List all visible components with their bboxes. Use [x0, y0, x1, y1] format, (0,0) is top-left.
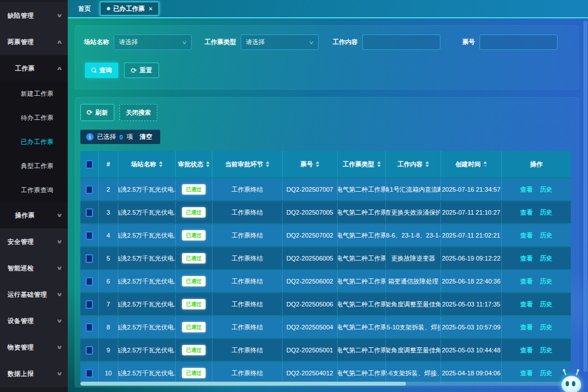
sort-icon[interactable] [206, 161, 210, 167]
reset-button[interactable]: ⟳ 重置 [124, 63, 159, 78]
row-index: 9 [99, 339, 118, 361]
chevron-down-icon: ∨ [56, 371, 64, 377]
sort-icon[interactable] [377, 161, 381, 167]
sidebar-item-两票管理[interactable]: 两票管理∧ [0, 29, 68, 55]
row-status: 已通过 [176, 178, 212, 200]
view-link[interactable]: 查看 [520, 323, 533, 332]
ticket-type-label: 工作票类型 [204, 38, 236, 46]
row-created: 2025-07-11 21:02:21 [441, 224, 502, 246]
row-checkbox[interactable] [86, 277, 93, 286]
filter-ticket-no: 票号 [462, 34, 558, 50]
header-label: 操作 [530, 160, 543, 169]
view-link[interactable]: 查看 [520, 231, 533, 240]
view-link[interactable]: 查看 [520, 254, 533, 263]
row-ticket-no: DQ2-202505004 [283, 316, 338, 338]
sort-icon[interactable] [316, 161, 319, 167]
vertical-scrollbar-thumb[interactable] [583, 21, 587, 372]
history-link[interactable]: 历史 [540, 208, 552, 217]
clear-selection-button[interactable]: 清空 [140, 133, 152, 141]
view-link[interactable]: 查看 [520, 346, 533, 355]
tab-label: 首页 [78, 5, 91, 13]
row-checkbox-cell [80, 362, 99, 384]
status-badge: 已通过 [182, 299, 206, 309]
refresh-button[interactable]: ⟳ 刷新 [80, 104, 114, 121]
ticket-type-select[interactable]: 请选择 ∨ [241, 34, 319, 50]
sort-icon[interactable] [266, 161, 269, 167]
view-link[interactable]: 查看 [520, 277, 533, 286]
vertical-scrollbar[interactable] [583, 21, 587, 388]
view-link[interactable]: 查看 [520, 185, 533, 194]
select-all-checkbox[interactable] [86, 160, 93, 169]
header-label: # [106, 161, 110, 168]
row-station: 临洮2.5万千瓦光伏电... [118, 339, 176, 361]
row-step: 工作票终结 [212, 270, 283, 292]
sidebar-item-工作票查询[interactable]: 工作票查询 [0, 178, 68, 202]
sidebar-item-label: 工作票 [15, 64, 35, 73]
selection-bar: i 已选择 0 项 清空 [80, 130, 160, 144]
history-link[interactable]: 历史 [540, 323, 552, 332]
row-ticket-no: DQ2-202505006 [283, 293, 338, 315]
row-ticket-no: DQ2-202504012 [283, 362, 338, 384]
sidebar-item-物资管理[interactable]: 物资管理∨ [0, 334, 68, 360]
sidebar-item-label: 工作票查询 [21, 186, 54, 195]
station-name-select[interactable]: 请选择 ∨ [114, 34, 192, 50]
sidebar-item-数据上报[interactable]: 数据上报∨ [0, 360, 68, 387]
row-checkbox[interactable] [86, 300, 93, 309]
sidebar-item-已办工作票[interactable]: 已办工作票 [0, 130, 68, 154]
sidebar-item-工作票[interactable]: 工作票∧ [0, 55, 68, 81]
row-index: 2 [99, 178, 118, 200]
row-created: 2025-05-03 11:17:35 [441, 293, 502, 315]
row-checkbox[interactable] [86, 323, 93, 332]
row-checkbox[interactable] [86, 369, 93, 378]
sidebar-item-缺陷管理[interactable]: 缺陷管理∨ [0, 2, 68, 29]
horizontal-scrollbar[interactable] [80, 382, 566, 386]
sort-icon[interactable] [483, 161, 487, 167]
history-link[interactable]: 历史 [540, 300, 552, 309]
history-link[interactable]: 历史 [540, 254, 552, 263]
sidebar-item-典型工作票[interactable]: 典型工作票 [0, 154, 68, 178]
view-link[interactable]: 查看 [520, 300, 533, 309]
tab-已办工作票[interactable]: 已办工作票× [100, 2, 159, 15]
sidebar-item-操作票[interactable]: 操作票∨ [0, 202, 68, 228]
robot-head [562, 376, 581, 392]
assistant-robot-icon[interactable] [560, 374, 582, 392]
sidebar-item-设备管理[interactable]: 设备管理∨ [0, 308, 68, 334]
search-button[interactable]: 查询 [85, 63, 118, 78]
view-link[interactable]: 查看 [520, 369, 533, 378]
row-checkbox[interactable] [86, 231, 93, 240]
sidebar-item-label: 待办工作票 [21, 114, 54, 122]
view-link[interactable]: 查看 [520, 208, 533, 217]
row-checkbox[interactable] [86, 185, 93, 194]
close-search-button[interactable]: 关闭搜索 [119, 104, 157, 121]
row-ticket-no: DQ2-202506002 [283, 270, 338, 292]
close-tab-icon[interactable]: × [149, 5, 152, 12]
history-link[interactable]: 历史 [540, 346, 552, 355]
sort-icon[interactable] [159, 161, 163, 167]
history-link[interactable]: 历史 [540, 369, 552, 378]
history-link[interactable]: 历史 [540, 231, 552, 240]
row-station: 临洮2.5万千瓦光伏电... [118, 201, 176, 223]
sidebar-item-运行基础管理[interactable]: 运行基础管理∨ [0, 281, 68, 308]
sidebar-item-智能巡检[interactable]: 智能巡检∨ [0, 255, 68, 281]
ticket-no-input[interactable] [479, 34, 558, 50]
sidebar-item-新建工作票[interactable]: 新建工作票 [0, 81, 68, 106]
sort-icon[interactable] [425, 161, 429, 167]
row-checkbox[interactable] [86, 346, 93, 355]
sidebar-item-安全管理[interactable]: 安全管理∨ [0, 228, 68, 255]
row-created: 2025-06-18 22:40:36 [441, 270, 502, 292]
sidebar-item-label: 典型工作票 [21, 162, 54, 170]
row-type: 电气第二种工作票 [338, 247, 386, 269]
row-checkbox[interactable] [86, 208, 93, 217]
robot-eye [572, 381, 575, 386]
work-content-input[interactable] [362, 34, 440, 50]
refresh-button-label: 刷新 [95, 108, 108, 117]
row-checkbox[interactable] [86, 254, 93, 263]
horizontal-scrollbar-thumb[interactable] [80, 382, 406, 386]
history-link[interactable]: 历史 [540, 277, 552, 286]
history-link[interactable]: 历史 [540, 185, 552, 194]
sidebar-item-label: 设备管理 [7, 317, 34, 325]
ticket-no-label: 票号 [462, 38, 475, 46]
tab-首页[interactable]: 首页 [72, 2, 97, 15]
row-actions: 查看历史 [502, 316, 571, 338]
sidebar-item-待办工作票[interactable]: 待办工作票 [0, 106, 68, 130]
